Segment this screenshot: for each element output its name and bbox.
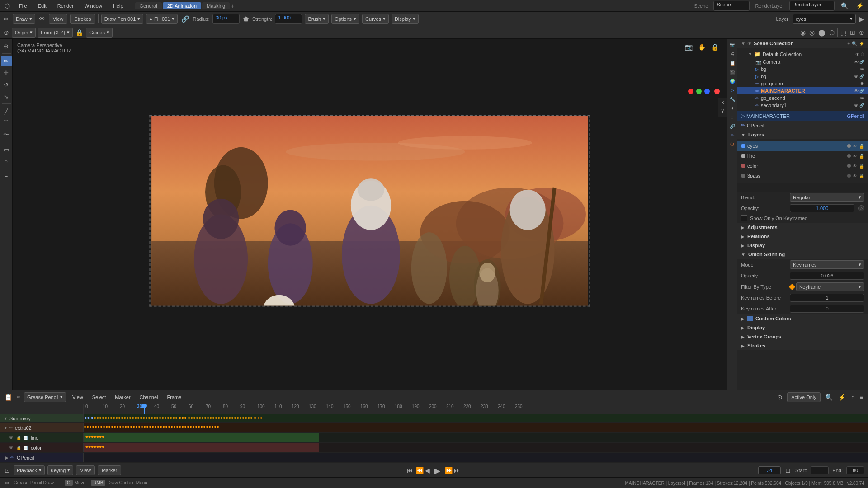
- layers-section-toggle[interactable]: ▼ Layers: [737, 130, 868, 139]
- sidebar-toggle[interactable]: ▶: [859, 14, 865, 23]
- layer-color[interactable]: color 👁 🔒: [737, 161, 868, 171]
- view-btn[interactable]: View: [49, 14, 68, 24]
- timeline-sort-icon[interactable]: ↕: [850, 393, 855, 402]
- modifier-props-icon[interactable]: 🔧: [728, 95, 736, 103]
- mode-icon[interactable]: ✏: [3, 14, 10, 23]
- strokes-toggle[interactable]: ▶ Strokes: [737, 341, 868, 350]
- physics-props-icon[interactable]: ↕: [728, 113, 736, 121]
- collection-item-gpsecond[interactable]: ✏ gp_second 👁: [737, 94, 868, 102]
- collection-item-camera[interactable]: 📷 Camera 👁 🔗: [737, 58, 868, 66]
- front-view-selector[interactable]: Front (X-Z)▾: [38, 28, 73, 38]
- scene-selector[interactable]: Scene: [713, 1, 750, 11]
- gizmo-icon[interactable]: ⊞: [849, 28, 856, 37]
- gpencil-caret[interactable]: ▶: [5, 455, 9, 460]
- constraints-props-icon[interactable]: 🔗: [728, 122, 736, 130]
- extra02-caret[interactable]: ▼: [4, 426, 8, 430]
- color-track-lock[interactable]: 🔒: [16, 446, 21, 450]
- color-visibility[interactable]: 👁: [853, 164, 857, 169]
- rect-tool[interactable]: ▭: [1, 144, 12, 155]
- curve-tool[interactable]: ⌒: [1, 117, 12, 128]
- opacity-keyframe-btn[interactable]: ◇: [858, 205, 864, 211]
- keying-dropdown[interactable]: Keying▾: [47, 465, 74, 475]
- gpsecond-eye[interactable]: 👁: [860, 96, 864, 101]
- collection-filter-icon[interactable]: ▼: [741, 41, 745, 46]
- timeline-select-btn[interactable]: Select: [90, 394, 109, 401]
- active-only-icon[interactable]: ⊙: [776, 393, 783, 402]
- tab-general[interactable]: General: [135, 2, 162, 9]
- curves-btn[interactable]: Curves▾: [362, 14, 389, 24]
- transform-gizmo[interactable]: ⊕: [858, 28, 865, 37]
- viewport-shading-4[interactable]: ⬡: [828, 28, 835, 37]
- adjustments-toggle[interactable]: ▶ Adjustments: [737, 223, 868, 232]
- particles-props-icon[interactable]: ✦: [728, 104, 736, 112]
- layer-line[interactable]: line 👁 🔒: [737, 151, 868, 161]
- collection-item-bg1[interactable]: ▷ bg 👁: [737, 66, 868, 73]
- render-props-icon[interactable]: 📷: [728, 41, 736, 49]
- gpqueen-eye[interactable]: 👁: [860, 81, 864, 86]
- onion-display-toggle[interactable]: ▶ Display: [737, 323, 868, 332]
- frame-type-icon[interactable]: ⊡: [784, 466, 792, 475]
- transform-icon[interactable]: ⊕: [3, 28, 10, 37]
- keyframes-before-value[interactable]: 1: [790, 294, 864, 302]
- menu-edit[interactable]: Edit: [35, 2, 49, 9]
- move-tool[interactable]: ✛: [1, 67, 12, 78]
- fill-selector[interactable]: ●Fill.001▾: [146, 14, 178, 24]
- onion-mode-selector[interactable]: Keyframes▾: [790, 260, 864, 269]
- playback-dropdown[interactable]: Playback▾: [14, 465, 45, 475]
- link-icon[interactable]: 🔗: [180, 14, 190, 23]
- line-track-file[interactable]: 📄: [23, 436, 28, 440]
- coll-eye-icon[interactable]: 👁: [855, 52, 860, 57]
- pen-selector[interactable]: Draw Pen.001▾: [101, 14, 144, 24]
- obj-props-icon[interactable]: ▷: [728, 86, 736, 94]
- prev-keyframe-btn[interactable]: ⏪: [416, 467, 423, 474]
- relations-toggle[interactable]: ▶ Relations: [737, 232, 868, 241]
- secondary1-link[interactable]: 🔗: [859, 103, 864, 108]
- smooth-tool[interactable]: 〜: [1, 129, 12, 140]
- render-layer-selector[interactable]: RenderLayer: [789, 1, 835, 11]
- blend-selector[interactable]: Regular▾: [790, 193, 864, 202]
- viewport-shading-3[interactable]: ⬤: [817, 28, 826, 37]
- jump-end-btn[interactable]: ⏭: [454, 467, 461, 474]
- collection-search-icon[interactable]: 🔍: [852, 41, 857, 46]
- collection-item-default[interactable]: ▼ 📁 Default Collection 👁 ⬡: [737, 50, 868, 58]
- overlay-icon[interactable]: ⬚: [840, 28, 847, 37]
- mainchar-link[interactable]: 🔗: [859, 89, 864, 94]
- keyframes-after-value[interactable]: 0: [790, 305, 864, 313]
- line-tool[interactable]: ╱: [1, 106, 12, 117]
- collection-add-icon[interactable]: +: [847, 41, 850, 46]
- view-layer-props-icon[interactable]: 📋: [728, 59, 736, 67]
- line-track-eye[interactable]: 👁: [9, 435, 14, 440]
- timeline-channel-btn[interactable]: Channel: [137, 394, 161, 401]
- jump-start-btn[interactable]: ⏮: [407, 467, 414, 474]
- play-reverse-btn[interactable]: ◀: [425, 467, 432, 474]
- display-toggle[interactable]: ▶ Display: [737, 241, 868, 250]
- cursor-tool[interactable]: ⊕: [1, 41, 12, 52]
- summary-track-content[interactable]: ◀◀ ◀ ◆◆◆◆◆◆◆◆◆◆◆◆◆◆◆◆◆◆◆◆◆◆◆◆◆◆◆◆◆◆◆ ◆◆◆…: [84, 414, 868, 422]
- bg1-eye[interactable]: 👁: [860, 67, 864, 72]
- 3pass-visibility[interactable]: 👁: [853, 174, 857, 178]
- world-props-icon[interactable]: 🌍: [728, 77, 736, 85]
- search-icon[interactable]: 🔍: [840, 1, 849, 10]
- viewport-shading-2[interactable]: ◎: [808, 28, 816, 37]
- strength-value[interactable]: 1.000: [275, 14, 302, 24]
- filter-icon[interactable]: ⚡: [855, 1, 864, 10]
- timeline-marker-btn[interactable]: Marker: [112, 394, 133, 401]
- custom-colors-checkbox[interactable]: [747, 316, 753, 321]
- camera-eye[interactable]: 👁: [854, 60, 859, 65]
- viewport-shading-1[interactable]: ◉: [799, 28, 807, 37]
- tab-masking[interactable]: Masking: [202, 2, 230, 9]
- display-btn[interactable]: Display▾: [392, 14, 419, 24]
- menu-render[interactable]: Render: [55, 2, 76, 9]
- bg2-link[interactable]: 🔗: [859, 74, 864, 79]
- end-frame-value[interactable]: 80: [846, 466, 864, 474]
- onion-filter-selector[interactable]: Keyframe▾: [796, 282, 864, 291]
- view-playback-btn[interactable]: View: [76, 465, 95, 475]
- add-tool[interactable]: +: [1, 171, 12, 182]
- timeline-mode-icon[interactable]: 📋: [4, 393, 13, 402]
- collection-item-gpqueen[interactable]: ✏ gp_queen 👁: [737, 80, 868, 87]
- collection-view-icon[interactable]: 👁: [747, 41, 752, 46]
- collection-item-bg2[interactable]: ▷ bg 👁 🔗: [737, 73, 868, 80]
- layer-selector[interactable]: eyes▾: [793, 14, 856, 24]
- draw-mode-selector[interactable]: Draw▾: [13, 14, 35, 24]
- guides-selector[interactable]: Guides▾: [86, 28, 113, 38]
